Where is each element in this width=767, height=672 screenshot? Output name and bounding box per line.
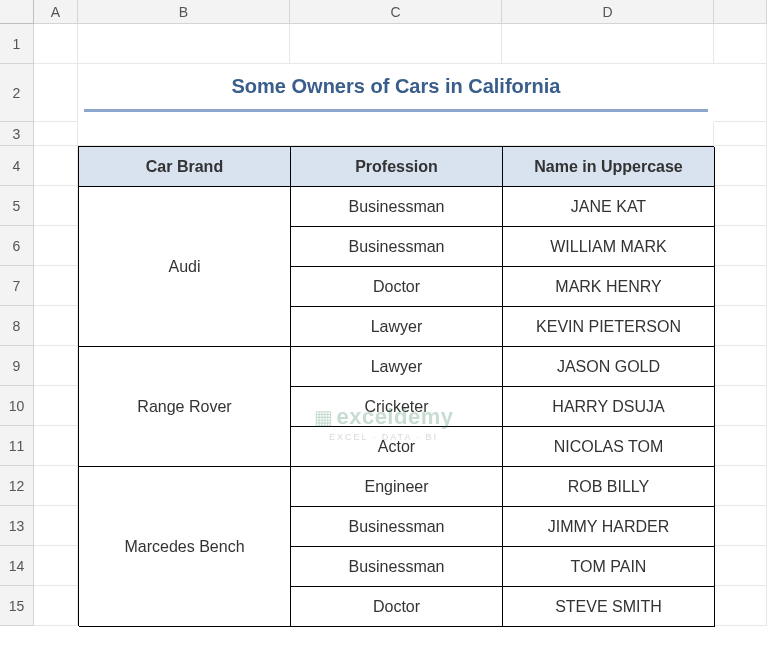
row-header-11[interactable]: 11 — [0, 426, 34, 466]
cell-E14[interactable] — [714, 546, 767, 586]
row-header-4[interactable]: 4 — [0, 146, 34, 186]
cell-E9[interactable] — [714, 346, 767, 386]
profession-0-3[interactable]: Lawyer — [291, 307, 503, 347]
header-profession[interactable]: Profession — [291, 147, 503, 187]
cell-A15[interactable] — [34, 586, 78, 626]
profession-2-1[interactable]: Businessman — [291, 507, 503, 547]
row-header-15[interactable]: 15 — [0, 586, 34, 626]
profession-1-0[interactable]: Lawyer — [291, 347, 503, 387]
brand-0[interactable]: Audi — [79, 187, 291, 347]
row-header-14[interactable]: 14 — [0, 546, 34, 586]
row-header-6[interactable]: 6 — [0, 226, 34, 266]
profession-1-2[interactable]: Actor — [291, 427, 503, 467]
col-header-A[interactable]: A — [34, 0, 78, 24]
name-2-3[interactable]: STEVE SMITH — [503, 587, 715, 627]
brand-1[interactable]: Range Rover — [79, 347, 291, 467]
cell-A12[interactable] — [34, 466, 78, 506]
cell-E3[interactable] — [714, 122, 767, 146]
cell-E5[interactable] — [714, 186, 767, 226]
profession-2-2[interactable]: Businessman — [291, 547, 503, 587]
name-0-1[interactable]: WILLIAM MARK — [503, 227, 715, 267]
name-2-1[interactable]: JIMMY HARDER — [503, 507, 715, 547]
cell-A9[interactable] — [34, 346, 78, 386]
cell-A14[interactable] — [34, 546, 78, 586]
cell-A7[interactable] — [34, 266, 78, 306]
row-header-5[interactable]: 5 — [0, 186, 34, 226]
cell-E13[interactable] — [714, 506, 767, 546]
name-0-0[interactable]: JANE KAT — [503, 187, 715, 227]
cell-E2[interactable] — [714, 64, 767, 122]
profession-2-0[interactable]: Engineer — [291, 467, 503, 507]
row-header-1[interactable]: 1 — [0, 24, 34, 64]
profession-0-2[interactable]: Doctor — [291, 267, 503, 307]
data-table: Car Brand Profession Name in Uppercase A… — [78, 146, 714, 626]
col-header-C[interactable]: C — [290, 0, 502, 24]
row-header-8[interactable]: 8 — [0, 306, 34, 346]
cell-E8[interactable] — [714, 306, 767, 346]
row-header-9[interactable]: 9 — [0, 346, 34, 386]
cell-E15[interactable] — [714, 586, 767, 626]
cell-A2[interactable] — [34, 64, 78, 122]
row-header-7[interactable]: 7 — [0, 266, 34, 306]
cell-E4[interactable] — [714, 146, 767, 186]
row-header-2[interactable]: 2 — [0, 64, 34, 122]
cell-E11[interactable] — [714, 426, 767, 466]
row-header-3[interactable]: 3 — [0, 122, 34, 146]
header-name[interactable]: Name in Uppercase — [503, 147, 715, 187]
cell-E7[interactable] — [714, 266, 767, 306]
name-1-1[interactable]: HARRY DSUJA — [503, 387, 715, 427]
cell-E1[interactable] — [714, 24, 767, 64]
name-0-3[interactable]: KEVIN PIETERSON — [503, 307, 715, 347]
name-2-2[interactable]: TOM PAIN — [503, 547, 715, 587]
name-2-0[interactable]: ROB BILLY — [503, 467, 715, 507]
cell-A1[interactable] — [34, 24, 78, 64]
cell-A4[interactable] — [34, 146, 78, 186]
row-header-10[interactable]: 10 — [0, 386, 34, 426]
col-header-D[interactable]: D — [502, 0, 714, 24]
col-header-B[interactable]: B — [78, 0, 290, 24]
cell-A13[interactable] — [34, 506, 78, 546]
profession-0-0[interactable]: Businessman — [291, 187, 503, 227]
cell-A11[interactable] — [34, 426, 78, 466]
profession-2-3[interactable]: Doctor — [291, 587, 503, 627]
cell-C1[interactable] — [290, 24, 502, 64]
cell-A10[interactable] — [34, 386, 78, 426]
cell-B3D3[interactable] — [78, 122, 714, 146]
cell-E10[interactable] — [714, 386, 767, 426]
cell-B1[interactable] — [78, 24, 290, 64]
name-1-0[interactable]: JASON GOLD — [503, 347, 715, 387]
cell-A6[interactable] — [34, 226, 78, 266]
profession-0-1[interactable]: Businessman — [291, 227, 503, 267]
row-header-13[interactable]: 13 — [0, 506, 34, 546]
profession-1-1[interactable]: Cricketer — [291, 387, 503, 427]
cell-A5[interactable] — [34, 186, 78, 226]
cell-A3[interactable] — [34, 122, 78, 146]
name-1-2[interactable]: NICOLAS TOM — [503, 427, 715, 467]
spreadsheet-grid: A B C D 1 2 Some Owners of Cars in Calif… — [0, 0, 767, 626]
select-all-corner[interactable] — [0, 0, 34, 24]
cell-E6[interactable] — [714, 226, 767, 266]
name-0-2[interactable]: MARK HENRY — [503, 267, 715, 307]
cell-D1[interactable] — [502, 24, 714, 64]
col-header-blank[interactable] — [714, 0, 767, 24]
brand-2[interactable]: Marcedes Bench — [79, 467, 291, 627]
page-title[interactable]: Some Owners of Cars in California — [84, 64, 708, 112]
header-brand[interactable]: Car Brand — [79, 147, 291, 187]
cell-A8[interactable] — [34, 306, 78, 346]
cell-E12[interactable] — [714, 466, 767, 506]
row-header-12[interactable]: 12 — [0, 466, 34, 506]
